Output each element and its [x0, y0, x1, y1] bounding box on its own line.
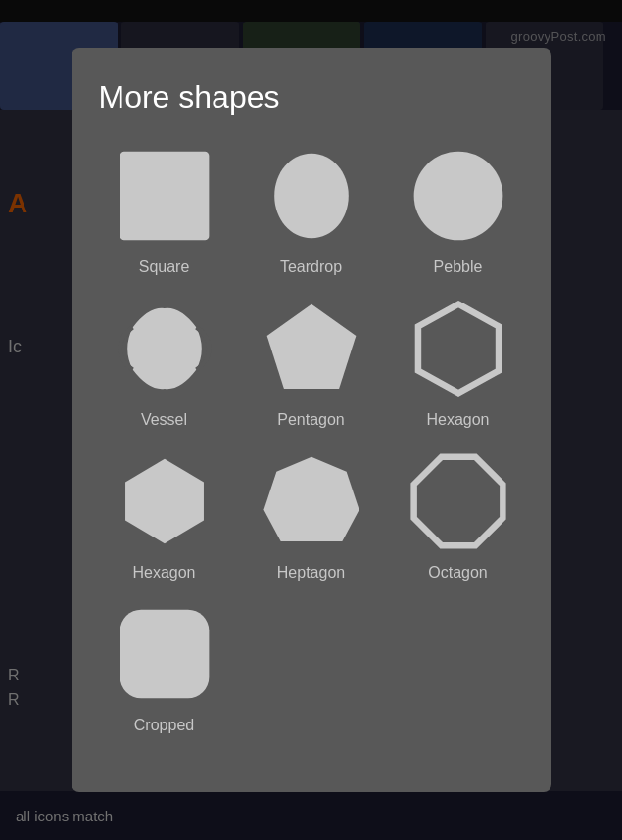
shape-label-heptagon: Heptagon — [277, 564, 345, 582]
modal-title: More shapes — [99, 79, 524, 116]
more-shapes-modal: More shapes Square Teardrop — [72, 48, 551, 792]
shape-label-teardrop: Teardrop — [280, 258, 342, 276]
svg-marker-6 — [413, 457, 502, 546]
svg-rect-7 — [120, 610, 209, 699]
shape-item-hexagon2[interactable]: Hexagon — [99, 448, 230, 582]
pebble-icon — [406, 143, 511, 249]
svg-marker-5 — [263, 457, 359, 541]
shape-label-pebble: Pebble — [434, 258, 483, 276]
shape-item-hexagon1[interactable]: Hexagon — [393, 296, 524, 429]
shape-label-octagon: Octagon — [428, 564, 487, 582]
svg-rect-0 — [120, 152, 209, 241]
modal-overlay: More shapes Square Teardrop — [0, 0, 622, 840]
heptagon-icon — [259, 448, 364, 554]
pentagon-icon — [259, 296, 364, 401]
shape-item-pentagon[interactable]: Pentagon — [246, 296, 377, 429]
shape-label-hexagon1: Hexagon — [426, 411, 489, 429]
svg-point-1 — [413, 152, 502, 241]
shape-label-pentagon: Pentagon — [277, 411, 345, 429]
teardrop-icon — [259, 143, 364, 249]
shape-item-octagon[interactable]: Octagon — [393, 448, 524, 582]
svg-marker-2 — [266, 304, 356, 389]
hexagon2-icon — [112, 448, 217, 554]
shape-item-pebble[interactable]: Pebble — [393, 143, 524, 276]
shape-label-vessel: Vessel — [141, 411, 187, 429]
hexagon1-icon — [406, 296, 511, 401]
svg-marker-3 — [417, 304, 498, 394]
svg-marker-4 — [125, 459, 204, 543]
octagon-icon — [406, 448, 511, 554]
shape-item-cropped[interactable]: Cropped — [99, 601, 230, 734]
shape-item-vessel[interactable]: Vessel — [99, 296, 230, 429]
shape-label-square: Square — [139, 258, 190, 276]
shape-item-teardrop[interactable]: Teardrop — [246, 143, 377, 276]
cropped-icon — [112, 601, 217, 707]
shape-item-square[interactable]: Square — [99, 143, 230, 276]
shape-label-hexagon2: Hexagon — [132, 564, 195, 582]
shapes-grid: Square Teardrop Pebble — [99, 143, 524, 734]
shape-label-cropped: Cropped — [134, 717, 194, 734]
shape-item-heptagon[interactable]: Heptagon — [246, 448, 377, 582]
vessel-icon — [112, 296, 217, 401]
square-icon — [112, 143, 217, 249]
